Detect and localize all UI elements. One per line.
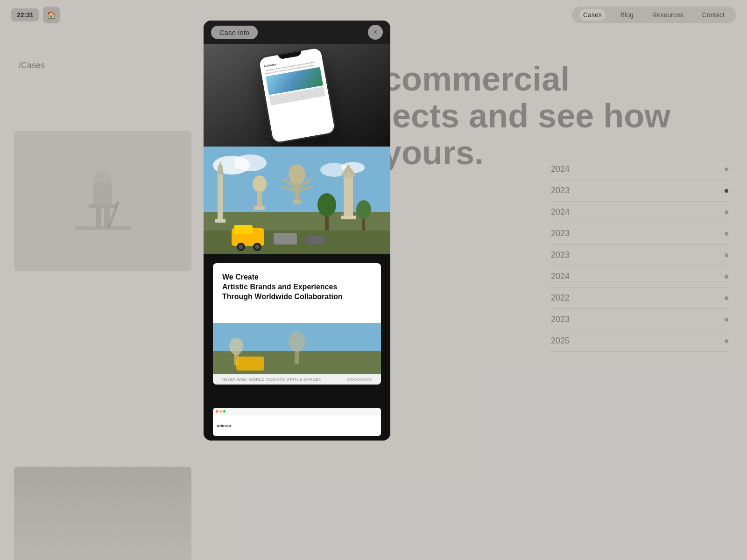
phone-section: Fieldnote Lorem ipsum dolor sit amet con… [204, 44, 390, 147]
browser-card: Artboah [213, 408, 381, 436]
svg-point-42 [356, 200, 371, 219]
svg-rect-26 [293, 200, 301, 204]
svg-point-34 [239, 245, 243, 249]
browser-section: Artboah [204, 403, 390, 441]
browser-toolbar [213, 408, 381, 415]
svg-rect-32 [234, 225, 253, 234]
presentation-title-line1: We Create [222, 273, 372, 282]
case-info-button[interactable]: Case Info [211, 26, 258, 39]
presentation-section: We Create Artistic Brands and Experience… [204, 254, 390, 403]
svg-point-47 [289, 331, 305, 352]
presentation-image-svg [213, 323, 381, 374]
svg-rect-37 [274, 233, 297, 245]
svg-rect-21 [295, 183, 299, 202]
browser-maximize-dot [223, 410, 226, 413]
city-scene-svg [204, 147, 390, 254]
svg-point-45 [229, 338, 243, 355]
svg-rect-30 [341, 216, 356, 219]
svg-point-17 [253, 175, 267, 192]
close-button[interactable]: × [368, 25, 383, 40]
browser-minimize-dot [219, 410, 222, 413]
svg-point-9 [234, 154, 267, 171]
svg-rect-18 [257, 191, 262, 207]
modal-header: Case Info × [204, 21, 390, 44]
presentation-title: We Create Artistic Brands and Experience… [222, 273, 372, 301]
modal: Case Info × Fieldnote Lorem ipsum dolor … [204, 21, 390, 441]
svg-rect-48 [295, 350, 299, 364]
browser-close-dot [216, 410, 218, 413]
presentation-image [213, 323, 381, 374]
presentation-footer-left: Recent Work: WORLD XXXXXXX STATUS GARDEN [222, 377, 322, 382]
svg-point-36 [255, 245, 260, 249]
presentation-title-line2: Artistic Brands and Experiences [222, 282, 372, 292]
browser-brand: Artboah [217, 424, 231, 428]
browser-body: Artboah [213, 415, 381, 436]
svg-rect-19 [254, 206, 265, 210]
modal-content: Fieldnote Lorem ipsum dolor sit amet con… [204, 21, 390, 441]
phone-screen: Fieldnote Lorem ipsum dolor sit amet con… [259, 48, 335, 143]
presentation-footer-right: XXXXXXXXX [346, 377, 372, 382]
svg-point-20 [289, 164, 305, 185]
presentation-title-line3: Through Worldwide Collaboration [222, 292, 372, 302]
presentation-card: We Create Artistic Brands and Experience… [213, 263, 381, 385]
svg-rect-38 [306, 235, 325, 245]
city-section [204, 147, 390, 254]
svg-rect-49 [236, 357, 264, 371]
svg-rect-16 [215, 219, 226, 223]
presentation-content: We Create Artistic Brands and Experience… [213, 263, 381, 323]
presentation-footer: Recent Work: WORLD XXXXXXX STATUS GARDEN… [213, 374, 381, 385]
svg-point-40 [317, 193, 336, 217]
